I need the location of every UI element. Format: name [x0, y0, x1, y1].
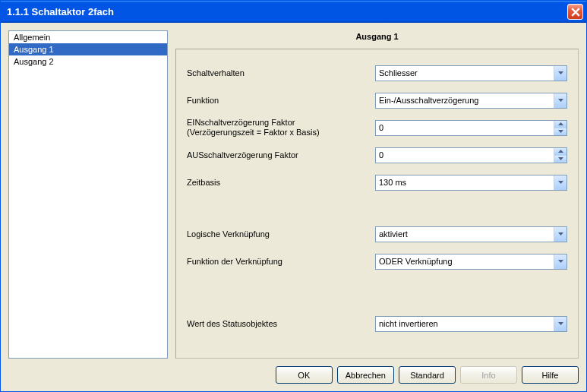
- spinner-down[interactable]: [554, 156, 566, 163]
- sidebar-item[interactable]: Allgemein: [9, 31, 167, 43]
- form-row: SchaltverhaltenSchliesser: [187, 63, 567, 83]
- form-control: ODER Verknüpfung: [375, 254, 567, 270]
- chevron-down-icon[interactable]: [554, 254, 566, 269]
- form-row: Logische Verknüpfungaktiviert: [187, 224, 567, 244]
- combobox[interactable]: aktiviert: [375, 226, 567, 242]
- spinner[interactable]: 0: [375, 120, 567, 136]
- titlebar: 1.1.1 Schaltaktor 2fach: [1, 1, 586, 23]
- combo-value: 130 ms: [376, 178, 554, 187]
- spinner[interactable]: 0: [375, 147, 567, 163]
- form-control: Schliesser: [375, 65, 567, 81]
- ok-label: OK: [298, 371, 310, 380]
- form-control: Ein-/Ausschaltverzögerung: [375, 93, 567, 109]
- content: Ausgang 1 SchaltverhaltenSchliesserFunkt…: [175, 30, 579, 359]
- help-label: Hilfe: [541, 371, 558, 380]
- sidebar-item[interactable]: Ausgang 2: [9, 55, 167, 68]
- combo-value: ODER Verknüpfung: [376, 257, 554, 266]
- content-title: Ausgang 1: [175, 30, 579, 49]
- info-label: Info: [481, 371, 495, 380]
- form-row: AUSschaltverzögerung Faktor0: [187, 145, 567, 165]
- form-label: Zeitbasis: [187, 178, 375, 188]
- spinner-value: 0: [376, 150, 554, 160]
- chevron-down-icon[interactable]: [554, 175, 566, 190]
- spinner-value: 0: [376, 123, 554, 132]
- form-row: Zeitbasis130 ms: [187, 172, 567, 192]
- form-row: FunktionEin-/Ausschaltverzögerung: [187, 90, 567, 110]
- sidebar[interactable]: AllgemeinAusgang 1Ausgang 2: [8, 30, 168, 359]
- combobox[interactable]: Ein-/Ausschaltverzögerung: [375, 93, 567, 109]
- form-control: nicht invertieren: [375, 316, 567, 332]
- combo-value: Schliesser: [376, 68, 554, 77]
- button-row: OK Abbrechen Standard Info Hilfe: [8, 359, 579, 384]
- combobox[interactable]: Schliesser: [375, 65, 567, 81]
- chevron-down-icon[interactable]: [554, 317, 566, 331]
- close-button[interactable]: [567, 4, 583, 20]
- chevron-down-icon[interactable]: [554, 227, 566, 242]
- dialog-window: 1.1.1 Schaltaktor 2fach AllgemeinAusgang…: [0, 0, 587, 392]
- combobox[interactable]: ODER Verknüpfung: [375, 254, 567, 270]
- close-icon: [571, 8, 580, 17]
- form-label: EINschaltverzögerung Faktor(Verzögerungs…: [187, 118, 375, 138]
- combo-value: nicht invertieren: [376, 319, 554, 328]
- spinner-down[interactable]: [554, 128, 566, 135]
- client-area: AllgemeinAusgang 1Ausgang 2 Ausgang 1 Sc…: [1, 23, 586, 391]
- form-label: Schaltverhalten: [187, 68, 375, 78]
- content-panel: SchaltverhaltenSchliesserFunktionEin-/Au…: [175, 49, 579, 359]
- form-label: Funktion der Verknüpfung: [187, 257, 375, 267]
- main-area: AllgemeinAusgang 1Ausgang 2 Ausgang 1 Sc…: [8, 30, 579, 359]
- combobox[interactable]: 130 ms: [375, 175, 567, 191]
- form-label: Wert des Statusobjektes: [187, 319, 375, 329]
- form-control: 0: [375, 120, 567, 136]
- sidebar-item[interactable]: Ausgang 1: [9, 43, 167, 55]
- form-row: Funktion der VerknüpfungODER Verknüpfung: [187, 251, 567, 271]
- form-control: 0: [375, 147, 567, 163]
- spinner-buttons: [554, 121, 566, 135]
- form-row: Wert des Statusobjektesnicht invertieren: [187, 314, 567, 334]
- cancel-button[interactable]: Abbrechen: [337, 366, 394, 384]
- form-label: AUSschaltverzögerung Faktor: [187, 150, 375, 160]
- ok-button[interactable]: OK: [276, 366, 333, 384]
- spinner-up[interactable]: [554, 148, 566, 156]
- chevron-down-icon[interactable]: [554, 93, 566, 108]
- form-label: Funktion: [187, 96, 375, 106]
- spinner-up[interactable]: [554, 121, 566, 128]
- form-control: 130 ms: [375, 175, 567, 191]
- form-row: EINschaltverzögerung Faktor(Verzögerungs…: [187, 118, 567, 138]
- combobox[interactable]: nicht invertieren: [375, 316, 567, 332]
- standard-label: Standard: [410, 371, 444, 380]
- combo-value: Ein-/Ausschaltverzögerung: [376, 96, 554, 105]
- combo-value: aktiviert: [376, 229, 554, 239]
- cancel-label: Abbrechen: [346, 371, 386, 380]
- info-button: Info: [460, 366, 517, 384]
- form-label: Logische Verknüpfung: [187, 229, 375, 239]
- window-title: 1.1.1 Schaltaktor 2fach: [7, 6, 114, 17]
- chevron-down-icon[interactable]: [554, 66, 566, 81]
- standard-button[interactable]: Standard: [399, 366, 456, 384]
- spinner-buttons: [554, 148, 566, 163]
- form-control: aktiviert: [375, 226, 567, 242]
- help-button[interactable]: Hilfe: [522, 366, 579, 384]
